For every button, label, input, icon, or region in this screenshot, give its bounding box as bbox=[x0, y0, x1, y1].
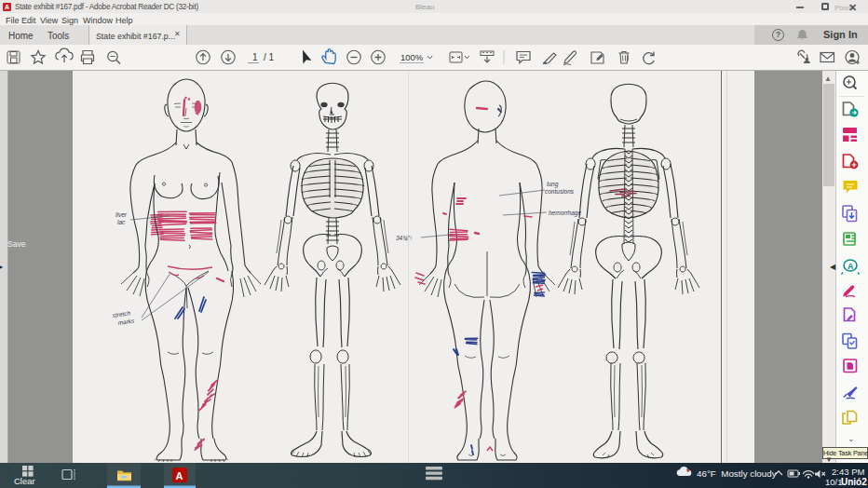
svg-text:lung: lung bbox=[547, 181, 559, 188]
svg-text:hemorrhage: hemorrhage bbox=[549, 210, 581, 217]
svg-text:/ 1: / 1 bbox=[264, 52, 275, 62]
svg-text:1: 1 bbox=[252, 52, 258, 62]
svg-text:10/1: 10/1 bbox=[825, 477, 843, 487]
svg-text:Clear: Clear bbox=[14, 476, 35, 486]
svg-text:46°F Mostly cloudy: 46°F Mostly cloudy bbox=[697, 468, 777, 479]
svg-text:2:43 PM: 2:43 PM bbox=[832, 467, 864, 477]
svg-text:lac: lac bbox=[117, 219, 126, 225]
svg-text:marks: marks bbox=[117, 317, 135, 325]
svg-text:liver: liver bbox=[115, 211, 128, 218]
svg-text:100%: 100% bbox=[400, 52, 424, 62]
svg-text:Unió2: Unió2 bbox=[841, 477, 867, 487]
svg-text:34¾”↑: 34¾”↑ bbox=[396, 235, 413, 241]
svg-text:A: A bbox=[848, 262, 854, 271]
svg-text:A: A bbox=[176, 470, 183, 481]
svg-text:contusions: contusions bbox=[545, 188, 575, 195]
